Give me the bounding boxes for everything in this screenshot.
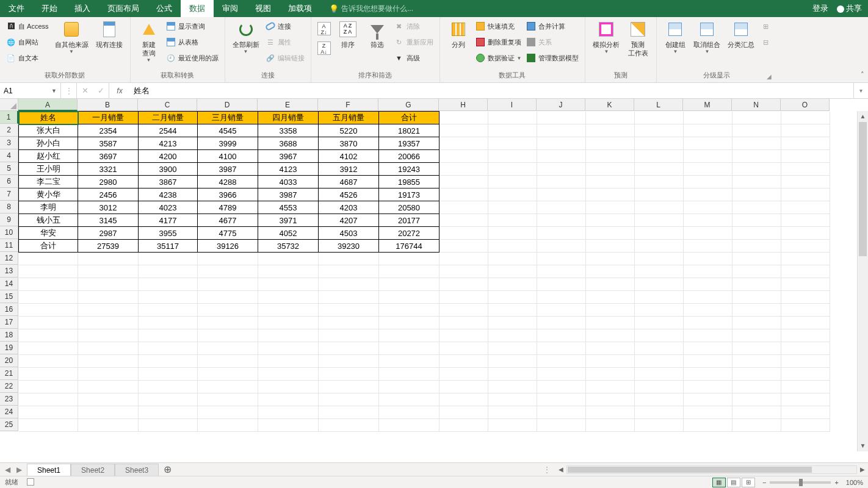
show-queries-button[interactable]: 显示查询 xyxy=(166,20,219,33)
cell[interactable] xyxy=(319,278,379,291)
cell[interactable] xyxy=(732,188,781,201)
cell[interactable]: 3321 xyxy=(78,163,139,176)
row-header[interactable]: 1 xyxy=(0,111,18,124)
cell[interactable] xyxy=(684,393,732,406)
cell[interactable] xyxy=(732,393,781,406)
cell[interactable] xyxy=(781,406,830,419)
cell[interactable] xyxy=(635,112,684,124)
cell[interactable] xyxy=(537,406,586,419)
cell[interactable] xyxy=(78,368,139,381)
cell[interactable] xyxy=(198,304,258,317)
cell[interactable] xyxy=(732,137,781,150)
cell[interactable] xyxy=(635,393,684,406)
subtotal-button[interactable]: 分类汇总 xyxy=(724,18,758,50)
row-header[interactable]: 6 xyxy=(0,175,18,188)
cell[interactable] xyxy=(781,201,830,214)
cell[interactable] xyxy=(586,381,635,393)
cell[interactable] xyxy=(488,214,537,227)
cell[interactable] xyxy=(439,393,488,406)
cell[interactable]: 3967 xyxy=(258,150,319,163)
cell[interactable] xyxy=(488,329,537,342)
cell[interactable]: 二月销量 xyxy=(139,112,198,124)
column-header[interactable]: D xyxy=(197,99,258,111)
cell[interactable] xyxy=(258,393,319,406)
sort-descending-button[interactable]: ZA↓ xyxy=(317,39,331,57)
row-header[interactable]: 11 xyxy=(0,239,18,252)
cell[interactable]: 3900 xyxy=(139,163,198,176)
cell[interactable] xyxy=(139,393,198,406)
cell[interactable] xyxy=(379,381,439,393)
cell[interactable] xyxy=(732,176,781,188)
cell[interactable]: 3971 xyxy=(258,214,319,227)
cell[interactable] xyxy=(198,393,258,406)
cell[interactable]: 李二宝 xyxy=(19,176,78,188)
cell[interactable] xyxy=(635,137,684,150)
cell[interactable]: 3012 xyxy=(78,201,139,214)
cell[interactable] xyxy=(635,381,684,393)
column-header[interactable]: A xyxy=(18,99,78,111)
select-all-corner[interactable] xyxy=(0,99,18,111)
cell[interactable] xyxy=(586,317,635,329)
scroll-up-button[interactable]: ▲ xyxy=(860,111,866,122)
data-validation-button[interactable]: 数据验证 ▼ xyxy=(476,51,522,65)
cell[interactable] xyxy=(684,368,732,381)
cell[interactable] xyxy=(439,265,488,278)
cell[interactable] xyxy=(781,124,830,137)
cell[interactable] xyxy=(379,419,439,432)
cell[interactable] xyxy=(319,291,379,304)
cell[interactable] xyxy=(78,381,139,393)
column-header[interactable]: G xyxy=(378,99,439,111)
share-link[interactable]: 共享 xyxy=(837,3,862,14)
cell[interactable] xyxy=(586,124,635,137)
cell[interactable] xyxy=(439,406,488,419)
from-access-button[interactable]: 🅰自 Access xyxy=(6,20,49,33)
cell[interactable] xyxy=(439,188,488,201)
cell[interactable] xyxy=(635,278,684,291)
cell[interactable] xyxy=(439,253,488,265)
cell[interactable] xyxy=(488,368,537,381)
advanced-filter-button[interactable]: ▼高级 xyxy=(394,51,433,65)
cell[interactable] xyxy=(139,304,198,317)
cell[interactable] xyxy=(319,304,379,317)
consolidate-button[interactable]: 合并计算 xyxy=(526,20,579,33)
horizontal-scrollbar[interactable]: ⋮ ◀ ▶ xyxy=(538,463,868,476)
cell[interactable] xyxy=(635,419,684,432)
cell[interactable] xyxy=(198,317,258,329)
cell[interactable]: 4033 xyxy=(258,176,319,188)
cell[interactable] xyxy=(439,176,488,188)
cell[interactable] xyxy=(684,406,732,419)
cell[interactable] xyxy=(586,227,635,240)
row-header[interactable]: 24 xyxy=(0,406,18,418)
cell[interactable] xyxy=(319,329,379,342)
cell[interactable] xyxy=(684,278,732,291)
cell[interactable] xyxy=(379,393,439,406)
column-header[interactable]: H xyxy=(439,99,488,111)
scroll-thumb[interactable] xyxy=(859,122,867,256)
cell[interactable] xyxy=(586,355,635,368)
row-header[interactable]: 10 xyxy=(0,226,18,239)
cell[interactable] xyxy=(684,291,732,304)
column-header[interactable]: M xyxy=(683,99,732,111)
cell[interactable]: 钱小五 xyxy=(19,214,78,227)
manage-data-model-button[interactable]: 管理数据模型 xyxy=(526,51,579,65)
cell[interactable]: 四月销量 xyxy=(258,112,319,124)
column-header[interactable]: I xyxy=(488,99,537,111)
cell[interactable]: 3987 xyxy=(198,163,258,176)
cell[interactable]: 4238 xyxy=(139,188,198,201)
cell[interactable] xyxy=(684,419,732,432)
cell[interactable] xyxy=(139,355,198,368)
cell[interactable] xyxy=(198,278,258,291)
cell[interactable] xyxy=(379,253,439,265)
cell[interactable] xyxy=(488,227,537,240)
cell[interactable] xyxy=(488,393,537,406)
row-header[interactable]: 23 xyxy=(0,393,18,406)
cell[interactable] xyxy=(488,278,537,291)
cell[interactable]: 张大白 xyxy=(19,124,78,137)
cell[interactable] xyxy=(635,406,684,419)
cells-area[interactable]: 姓名一月销量二月销量三月销量四月销量五月销量合计张大白2354254445453… xyxy=(18,111,868,464)
cell[interactable] xyxy=(319,317,379,329)
cell[interactable] xyxy=(732,150,781,163)
cell[interactable] xyxy=(635,329,684,342)
scroll-left-button[interactable]: ◀ xyxy=(555,466,566,473)
cell[interactable]: 一月销量 xyxy=(78,112,139,124)
